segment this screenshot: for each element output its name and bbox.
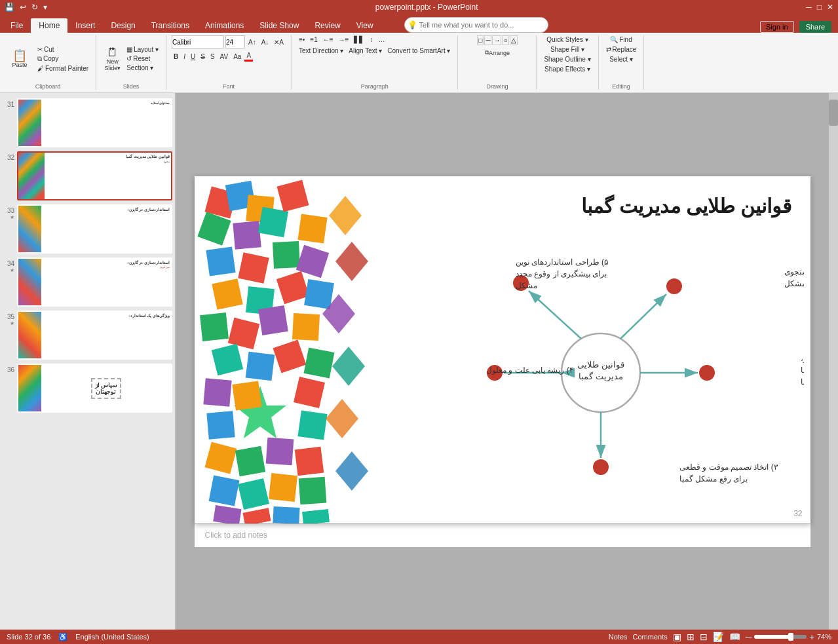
- tab-animations[interactable]: Animations: [197, 18, 252, 33]
- shape-line[interactable]: ─: [484, 35, 491, 45]
- shape-outline-button[interactable]: Shape Outline ▾: [542, 55, 592, 64]
- shape-fill-button[interactable]: Shape Fill ▾: [548, 45, 586, 54]
- replace-button[interactable]: ⇄ Replace: [604, 45, 639, 54]
- underline-button[interactable]: U: [189, 51, 197, 62]
- font-decrease-button[interactable]: A↓: [259, 35, 271, 48]
- share-button[interactable]: Share: [799, 21, 831, 33]
- close-button[interactable]: ✕: [825, 2, 835, 12]
- paragraph-more-button[interactable]: …: [376, 35, 387, 44]
- columns-button[interactable]: ▋▋: [352, 35, 366, 44]
- minimize-button[interactable]: ─: [804, 2, 814, 12]
- font-color-button[interactable]: A: [244, 51, 253, 62]
- redo-button[interactable]: ↻: [29, 2, 40, 12]
- scroll-thumb[interactable]: [829, 100, 838, 126]
- slides-panel[interactable]: 31 محتوای اسلاید 32 قوانین طلایی مدیریت …: [0, 93, 176, 630]
- tab-design[interactable]: Design: [103, 18, 143, 33]
- tab-view[interactable]: View: [349, 18, 381, 33]
- svg-marker-20: [211, 343, 242, 375]
- italic-button[interactable]: I: [181, 51, 187, 62]
- shape-arrow[interactable]: →: [492, 35, 501, 45]
- notes-button[interactable]: Notes: [609, 633, 628, 641]
- save-button[interactable]: 💾: [3, 2, 16, 12]
- slide-item-31[interactable]: 31 محتوای اسلاید: [3, 98, 172, 147]
- clear-format-button[interactable]: ✕A: [272, 35, 286, 48]
- shape-effects-button[interactable]: Shape Effects ▾: [543, 65, 592, 73]
- tab-home[interactable]: Home: [31, 18, 67, 33]
- slide-thumb-33[interactable]: استانداردسازی در گایزن:: [17, 204, 172, 254]
- svg-text:۵) طراحی استانداردهای نوین: ۵) طراحی استانداردهای نوین: [516, 257, 608, 267]
- font-family-input[interactable]: [172, 35, 224, 48]
- tab-file[interactable]: File: [3, 18, 31, 33]
- shadow-button[interactable]: S: [208, 51, 217, 62]
- font-case-button[interactable]: Aa: [231, 51, 243, 62]
- font-increase-button[interactable]: A↑: [246, 35, 258, 48]
- section-button[interactable]: Section ▾: [124, 64, 161, 72]
- vertical-scrollbar[interactable]: [829, 93, 838, 630]
- line-spacing-button[interactable]: ↕: [368, 35, 375, 44]
- slide-item-32[interactable]: 32 قوانین طلایی مدیریت گمبا محتوا: [3, 151, 172, 200]
- normal-view-button[interactable]: ▣: [673, 632, 681, 642]
- indent-decrease-button[interactable]: ←≡: [321, 35, 335, 44]
- zoom-out-button[interactable]: ─: [746, 632, 752, 642]
- slide-item-33[interactable]: 33★ استانداردسازی در گایزن:: [3, 204, 172, 254]
- restore-button[interactable]: □: [815, 2, 824, 12]
- quick-styles-button[interactable]: Quick Styles ▾: [544, 35, 590, 44]
- align-text-button[interactable]: Align Text ▾: [347, 47, 384, 55]
- comments-button[interactable]: Comments: [633, 633, 668, 641]
- slide-item-35[interactable]: 35★ ویژگی‌های یک استاندارد:: [3, 311, 172, 360]
- shape-rect[interactable]: □: [477, 35, 484, 45]
- new-slide-button[interactable]: 🗒 NewSlide▾: [102, 45, 123, 73]
- slide-item-34[interactable]: 34★ استانداردسازی در گایزن: متن قرمز: [3, 257, 172, 307]
- slide-thumb-36[interactable]: سپاس ازتوجهتان: [17, 364, 172, 413]
- svg-point-59: [699, 365, 715, 381]
- format-painter-button[interactable]: 🖌 Format Painter: [35, 64, 90, 73]
- reset-button[interactable]: ↺ Reset: [124, 54, 161, 63]
- slide-thumb-35[interactable]: ویژگی‌های یک استاندارد:: [17, 311, 172, 360]
- copy-button[interactable]: ⧉ Copy: [35, 54, 90, 64]
- search-input[interactable]: [404, 17, 548, 33]
- strikethrough-button[interactable]: S: [199, 51, 207, 62]
- language: English (United States): [75, 633, 149, 641]
- cut-button[interactable]: ✂ Cut: [35, 45, 90, 54]
- shape-circle[interactable]: ○: [502, 35, 508, 45]
- layout-button[interactable]: ▦ Layout ▾: [124, 45, 161, 54]
- paste-button[interactable]: 📋 Paste: [5, 48, 34, 69]
- slide-sorter-button[interactable]: ⊟: [700, 632, 708, 642]
- notes-area[interactable]: Click to add notes: [195, 523, 810, 547]
- font-size-input[interactable]: [225, 35, 245, 48]
- char-spacing-button[interactable]: AV: [218, 51, 231, 62]
- svg-marker-9: [238, 252, 269, 283]
- outline-view-button[interactable]: ⊞: [687, 632, 695, 642]
- shape-triangle[interactable]: △: [510, 35, 518, 45]
- svg-marker-40: [273, 506, 299, 523]
- convert-smartart-button[interactable]: Convert to SmartArt ▾: [385, 47, 452, 55]
- indent-increase-button[interactable]: →≡: [337, 35, 351, 44]
- svg-line-53: [620, 294, 666, 339]
- tab-slideshow[interactable]: Slide Show: [252, 18, 307, 33]
- zoom-in-button[interactable]: +: [809, 632, 814, 642]
- tab-insert[interactable]: Insert: [67, 18, 103, 33]
- arrange-button[interactable]: ⧉ Arrange: [482, 48, 512, 58]
- slide-item-36[interactable]: 36 سپاس ازتوجهتان: [3, 364, 172, 413]
- slide-thumb-32[interactable]: قوانین طلایی مدیریت گمبا محتوا: [17, 151, 172, 200]
- tab-transitions[interactable]: Transitions: [143, 18, 197, 33]
- notes-page-button[interactable]: 📝: [713, 632, 724, 642]
- numbering-button[interactable]: ≡1: [308, 35, 319, 44]
- svg-marker-34: [208, 475, 239, 506]
- reading-view-button[interactable]: 📖: [729, 632, 740, 642]
- slide-canvas[interactable]: قوانین طلایی مدیریت گمبا قوانین طلایی مد…: [195, 176, 810, 523]
- svg-text:۳) اتخاذ تصمیم موقت و قطعی: ۳) اتخاذ تصمیم موقت و قطعی: [679, 463, 778, 472]
- bold-button[interactable]: B: [172, 51, 180, 62]
- text-direction-button[interactable]: Text Direction ▾: [297, 47, 345, 55]
- slide-thumb-34[interactable]: استانداردسازی در گایزن: متن قرمز: [17, 257, 172, 307]
- slide-thumb-31[interactable]: محتوای اسلاید: [17, 98, 172, 147]
- sign-in-button[interactable]: Sign in: [760, 21, 794, 33]
- select-button[interactable]: Select ▾: [607, 55, 635, 64]
- tab-review[interactable]: Review: [307, 18, 348, 33]
- zoom-slider[interactable]: [754, 635, 807, 639]
- customize-qa-button[interactable]: ▾: [41, 2, 49, 12]
- undo-button[interactable]: ↩: [18, 2, 28, 12]
- zoom-control: ─ + 74%: [746, 632, 831, 642]
- find-button[interactable]: 🔍 Find: [608, 35, 634, 44]
- bullets-button[interactable]: ≡•: [297, 35, 307, 44]
